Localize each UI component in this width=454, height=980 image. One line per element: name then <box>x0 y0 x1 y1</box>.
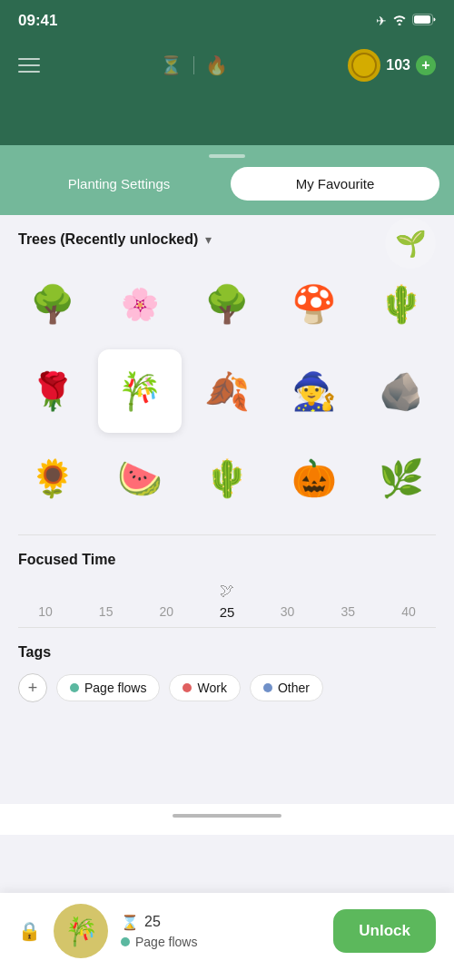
coin-badge: 103 + <box>348 49 436 82</box>
bottom-tag-dot <box>121 937 130 946</box>
tag-other[interactable]: Other <box>250 674 323 701</box>
tree-item[interactable]: 🌳 <box>185 262 269 346</box>
time-value-35[interactable]: 35 <box>334 604 361 620</box>
status-time: 09:41 <box>18 12 57 30</box>
plant-avatar-header: 🌱 <box>385 218 436 269</box>
tree-item[interactable]: 🌳 <box>11 262 94 346</box>
svg-rect-1 <box>414 15 430 24</box>
add-tag-button[interactable]: + <box>18 673 47 702</box>
wifi-icon <box>392 14 407 28</box>
battery-icon <box>412 14 436 28</box>
home-bar <box>173 814 281 818</box>
app-header: ⏳ 🔥 103 + <box>0 40 454 100</box>
time-numbers: 10 15 20 25 30 35 40 <box>27 604 427 620</box>
time-slider[interactable]: 🕊 10 15 20 25 30 35 40 <box>18 583 436 620</box>
coin-icon <box>348 49 380 82</box>
tag-dot-other <box>263 683 272 692</box>
focused-time-title: Focused Time <box>18 552 436 568</box>
tree-item[interactable]: 🎃 <box>272 436 356 520</box>
tree-item[interactable]: 🪨 <box>360 349 443 433</box>
timer-hourglass-icon: ⌛ <box>121 914 139 931</box>
trees-section-arrow: ▾ <box>205 232 212 247</box>
status-icons: ✈ <box>376 14 436 28</box>
tree-item[interactable]: 🌵 <box>185 436 269 520</box>
airplane-icon: ✈ <box>376 14 387 28</box>
tags-row: + Page flows Work Other <box>18 673 436 702</box>
tag-work[interactable]: Work <box>169 674 240 701</box>
tag-label-work: Work <box>197 681 226 695</box>
bird-icon: 🕊 <box>220 583 234 599</box>
add-coin-button[interactable]: + <box>416 55 436 75</box>
tree-item-selected[interactable]: 🎋 <box>98 349 182 433</box>
bottom-bar: 🔒 🎋 ⌛ 25 Page flows Unlock <box>0 893 454 980</box>
tree-item[interactable]: 🌵 <box>360 262 443 346</box>
bottom-info: ⌛ 25 Page flows <box>121 914 321 949</box>
trees-grid: 🌳 🌸 🌳 🍄 🌵 🌹 🎋 🍂 🧙 🪨 <box>0 259 454 534</box>
tree-item[interactable]: 🍄 <box>272 262 356 346</box>
tab-my-favourite[interactable]: My Favourite <box>231 167 439 201</box>
unlock-button[interactable]: Unlock <box>333 909 436 953</box>
tag-label-other: Other <box>278 681 310 695</box>
time-value-10[interactable]: 10 <box>32 604 59 620</box>
tag-pageflows[interactable]: Page flows <box>56 674 160 701</box>
menu-button[interactable] <box>18 58 40 73</box>
tree-item[interactable]: 🌻 <box>11 436 94 520</box>
tab-bar: Planting Settings My Favourite <box>0 158 454 215</box>
main-content: Trees (Recently unlocked) ▾ 🌳 🌸 🌳 🍄 🌵 🌹 … <box>0 215 454 804</box>
time-indicator: 🕊 <box>27 583 427 599</box>
tags-title: Tags <box>18 644 436 661</box>
focused-time-section: Focused Time 🕊 10 15 20 25 30 35 40 <box>0 535 454 627</box>
tree-item[interactable]: 🧙 <box>272 349 356 433</box>
flame-icon: 🔥 <box>205 54 228 76</box>
header-center: ⏳ 🔥 <box>160 54 228 76</box>
tags-section: Tags + Page flows Work Other <box>0 628 454 713</box>
trees-section-title: Trees (Recently unlocked) <box>18 231 198 248</box>
sheet-handle <box>209 154 245 158</box>
tree-item[interactable]: 🌹 <box>11 349 94 433</box>
bottom-tag-label: Page flows <box>135 935 197 949</box>
header-divider <box>193 56 194 74</box>
plant-avatar-bottom: 🎋 <box>54 904 108 958</box>
tree-item[interactable]: 🌸 <box>98 262 182 346</box>
timer-value: 25 <box>144 914 161 930</box>
tree-item[interactable]: 🍂 <box>185 349 269 433</box>
time-value-30[interactable]: 30 <box>274 604 301 620</box>
tag-dot-pageflows <box>70 683 79 692</box>
tag-dot-work <box>183 683 192 692</box>
bottom-tag: Page flows <box>121 935 321 949</box>
tag-label-pageflows: Page flows <box>84 681 146 695</box>
status-bar: 09:41 ✈ <box>0 0 454 40</box>
bottom-timer: ⌛ 25 <box>121 914 321 931</box>
bottom-spacer <box>0 713 454 804</box>
coin-count: 103 <box>386 57 410 74</box>
time-value-25[interactable]: 25 <box>213 604 241 620</box>
time-value-15[interactable]: 15 <box>93 604 120 620</box>
time-value-20[interactable]: 20 <box>153 604 180 620</box>
time-value-40[interactable]: 40 <box>395 604 422 620</box>
timer-icon: ⏳ <box>160 54 183 76</box>
tree-item[interactable]: 🍉 <box>98 436 182 520</box>
home-indicator <box>0 804 454 835</box>
lock-icon: 🔒 <box>18 920 41 942</box>
tab-planting-settings[interactable]: Planting Settings <box>15 167 223 201</box>
sheet-handle-area <box>0 145 454 158</box>
tree-item[interactable]: 🌿 <box>360 436 443 520</box>
